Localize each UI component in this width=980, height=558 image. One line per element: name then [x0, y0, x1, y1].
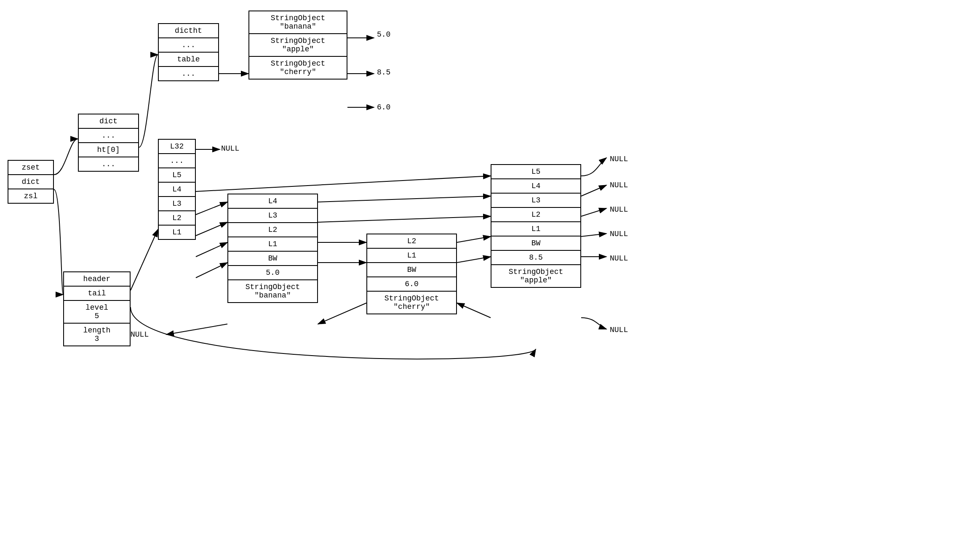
null-l32-label: NULL [221, 144, 239, 153]
banana-bw: BW [228, 252, 317, 266]
skip-l2: L2 [159, 211, 195, 226]
null-top-right: NULL [610, 155, 628, 163]
cherry-string-obj: StringObject"cherry" [367, 292, 456, 314]
svg-line-12 [196, 263, 227, 278]
dictht-cell-dots2: ... [159, 67, 218, 80]
null-bw-banana-label: NULL [131, 330, 149, 339]
null-bw-right: NULL [610, 326, 628, 334]
score-cherry-label: 6.0 [377, 103, 390, 112]
skip-dots: ... [159, 154, 195, 168]
skip-l4: L4 [159, 183, 195, 197]
svg-line-20 [581, 208, 606, 216]
apple-string-obj: StringObject"apple" [491, 265, 580, 287]
dict-inner-box: dict ... ht[0] ... [78, 114, 139, 172]
cherry-l1: L1 [367, 249, 456, 263]
header-cell-header: header [64, 272, 130, 287]
dictht-box: dictht ... table ... [158, 23, 219, 81]
string-obj-cherry: StringObject"cherry" [249, 57, 347, 79]
cherry-bw: BW [367, 263, 456, 277]
dictht-cell-table: table [159, 53, 218, 67]
apple-l1: L1 [491, 222, 580, 236]
dict-inner-cell-dict: dict [79, 114, 138, 129]
score-apple-label: 8.5 [377, 68, 390, 77]
string-obj-banana: StringObject"banana" [249, 11, 347, 34]
skip-l1: L1 [159, 226, 195, 239]
banana-string-obj: StringObject"banana" [228, 280, 317, 302]
null-l2-right: NULL [610, 230, 628, 238]
banana-score: 5.0 [228, 266, 317, 280]
skiplist-header-col: L32 ... L5 L4 L3 L2 L1 [158, 139, 196, 240]
svg-line-8 [196, 176, 491, 191]
svg-line-10 [196, 222, 227, 236]
dict-inner-cell-dots2: ... [79, 157, 138, 171]
node-banana-box: L4 L3 L2 L1 BW 5.0 StringObject"banana" [227, 194, 318, 303]
dictht-cell-dictht: dictht [159, 24, 218, 38]
svg-line-11 [196, 242, 227, 257]
svg-line-13 [318, 196, 491, 202]
header-cell-tail: tail [64, 287, 130, 301]
svg-line-14 [318, 216, 491, 222]
zset-cell-zset: zset [8, 161, 53, 175]
svg-line-19 [581, 185, 606, 196]
zset-box: zset dict zsl [8, 160, 54, 204]
null-l3-right: NULL [610, 205, 628, 214]
null-l1-right: NULL [610, 254, 628, 263]
apple-l5: L5 [491, 165, 580, 179]
apple-l2: L2 [491, 208, 580, 222]
svg-line-21 [581, 234, 606, 236]
dict-inner-cell-ht0: ht[0] [79, 143, 138, 157]
svg-line-24 [318, 303, 366, 324]
skip-l32: L32 [159, 140, 195, 154]
null-l4-right: NULL [610, 181, 628, 189]
string-objects-top-box: StringObject"banana" StringObject"apple"… [248, 11, 347, 80]
svg-line-25 [457, 303, 491, 318]
arrows-svg [0, 0, 980, 558]
apple-bw: BW [491, 236, 580, 251]
apple-l3: L3 [491, 194, 580, 208]
banana-l1: L1 [228, 237, 317, 252]
svg-line-9 [196, 202, 227, 215]
cherry-l2: L2 [367, 234, 456, 249]
header-cell-level: level5 [64, 301, 130, 324]
header-cell-length: length3 [64, 324, 130, 345]
zset-cell-dict: dict [8, 175, 53, 189]
svg-line-6 [131, 229, 158, 290]
apple-score: 8.5 [491, 251, 580, 265]
svg-line-18 [457, 257, 491, 263]
banana-l2: L2 [228, 223, 317, 237]
skip-l3: L3 [159, 197, 195, 211]
header-box: header tail level5 length3 [63, 271, 131, 346]
apple-l4: L4 [491, 179, 580, 194]
string-obj-apple: StringObject"apple" [249, 34, 347, 57]
svg-line-23 [166, 324, 227, 335]
banana-l4: L4 [228, 194, 317, 209]
banana-l3: L3 [228, 209, 317, 223]
cherry-score: 6.0 [367, 277, 456, 292]
svg-line-17 [457, 236, 491, 242]
dictht-cell-dots: ... [159, 38, 218, 53]
skip-l5: L5 [159, 168, 195, 183]
dict-inner-cell-dots: ... [79, 129, 138, 143]
node-cherry-box: L2 L1 BW 6.0 StringObject"cherry" [366, 234, 457, 314]
node-apple-box: L5 L4 L3 L2 L1 BW 8.5 StringObject"apple… [491, 164, 581, 288]
score-banana-label: 5.0 [377, 30, 390, 39]
diagram-canvas: zset dict zsl dict ... ht[0] ... dictht … [0, 0, 980, 558]
zset-cell-zsl: zsl [8, 189, 53, 203]
